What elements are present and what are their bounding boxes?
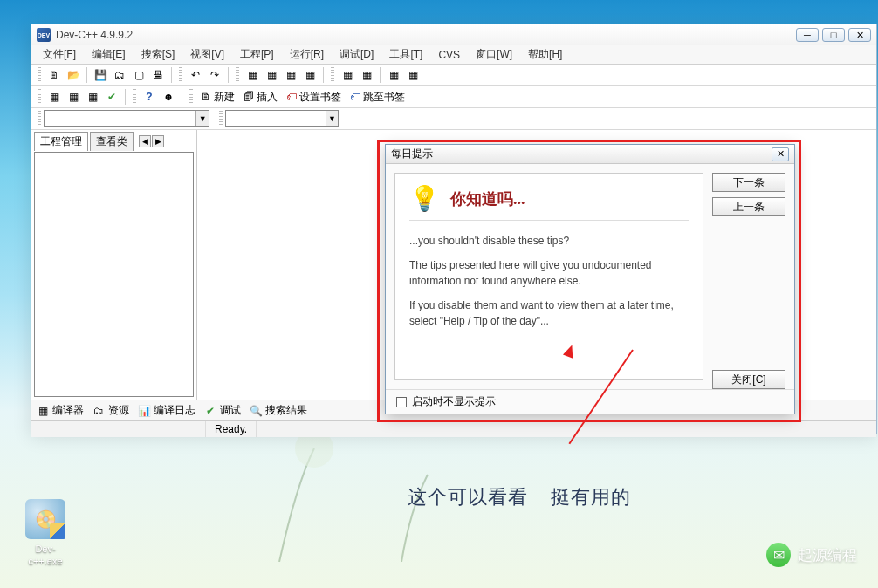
menu-file[interactable]: 文件[F]: [35, 47, 84, 62]
grip-icon: [236, 67, 239, 83]
new-file-icon[interactable]: 🗎: [45, 66, 63, 84]
dialog-title: 每日提示: [391, 147, 433, 161]
desktop-icon-label: Dev-c++.exe: [19, 543, 72, 568]
next-tip-button[interactable]: 下一条: [712, 173, 785, 192]
rebuild-icon[interactable]: ▦: [301, 66, 319, 84]
close-tip-button[interactable]: 关闭[C]: [712, 370, 785, 389]
tip-line-2: The tips presented here will give you un…: [409, 257, 689, 289]
saveall-icon[interactable]: 🗂: [111, 66, 128, 84]
grid3-icon[interactable]: ▦: [84, 88, 101, 106]
desktop-shortcut[interactable]: 📀 Dev-c++.exe: [19, 499, 72, 568]
debug-stop-icon[interactable]: ▦: [358, 66, 375, 84]
about-icon[interactable]: ☻: [160, 88, 177, 106]
minimize-button[interactable]: ─: [796, 28, 819, 42]
status-ready: Ready.: [206, 421, 257, 437]
insert-button[interactable]: 🗐插入: [240, 90, 281, 105]
titlebar: DEV Dev-C++ 4.9.9.2 ─ □ ✕: [31, 24, 876, 45]
class-combo-input[interactable]: [226, 111, 326, 126]
tab-compiler[interactable]: ▦编译器: [37, 403, 84, 418]
annotation-text: 这个可以看看 挺有用的: [408, 484, 631, 510]
file-combo[interactable]: ▼: [44, 110, 209, 127]
chevron-down-icon[interactable]: ▼: [326, 111, 338, 126]
tab-project[interactable]: 工程管理: [34, 132, 88, 151]
toolbar-main: 🗎 📂 💾 🗂 ▢ 🖶 ↶ ↷ ▦ ▦ ▦ ▦ ▦ ▦ ▦ ▦: [31, 65, 876, 86]
help-icon[interactable]: ?: [141, 88, 158, 106]
project-tree[interactable]: [34, 152, 194, 397]
log-icon: 📊: [138, 405, 150, 417]
file-combo-input[interactable]: [45, 111, 195, 126]
tab-debug[interactable]: ✔调试: [204, 403, 241, 418]
chevron-down-icon[interactable]: ▼: [195, 111, 209, 126]
tip-line-1: ...you shouldn't disable these tips?: [409, 233, 689, 249]
search-icon: 🔍: [250, 405, 262, 417]
sidebar: 工程管理 查看类 ◀ ▶: [31, 130, 197, 400]
menu-debug[interactable]: 调试[D]: [332, 47, 381, 62]
toolbar-secondary: ▦ ▦ ▦ ✔ ? ☻ 🗎新建 🗐插入 🏷设置书签 🏷跳至书签: [31, 86, 876, 108]
open-icon[interactable]: 📂: [65, 66, 82, 84]
menu-cvs[interactable]: CVS: [430, 49, 468, 61]
toolbar-combo: ▼ ▼: [31, 108, 876, 130]
window-title: Dev-C++ 4.9.9.2: [56, 29, 133, 41]
grip-icon: [133, 89, 136, 105]
menu-run[interactable]: 运行[R]: [282, 47, 332, 62]
grip-icon: [38, 89, 41, 105]
check-icon[interactable]: ✔: [103, 88, 120, 106]
class-combo[interactable]: ▼: [225, 110, 339, 127]
set-bookmark-button[interactable]: 🏷设置书签: [283, 90, 345, 105]
grip-icon: [331, 67, 334, 83]
bookmark-jump-icon: 🏷: [350, 91, 360, 103]
tab-scroll-right-icon[interactable]: ▶: [152, 135, 164, 147]
tip-of-day-dialog: 每日提示 ✕ 💡 你知道吗... ...you shouldn't disabl…: [385, 144, 795, 414]
compile-run-icon[interactable]: ▦: [282, 66, 299, 84]
resources-icon: 🗂: [93, 405, 105, 417]
prev-tip-button[interactable]: 上一条: [712, 197, 785, 216]
compiler-icon: ▦: [37, 405, 49, 417]
grip-icon: [189, 89, 193, 105]
menu-window[interactable]: 窗口[W]: [468, 47, 520, 62]
print-icon[interactable]: 🖶: [149, 66, 167, 84]
save-icon[interactable]: 💾: [92, 66, 109, 84]
tool-icon[interactable]: ▦: [404, 66, 422, 84]
grip-icon: [179, 67, 182, 83]
tip-line-3: If you disable them and want to view the…: [409, 297, 689, 329]
tab-log[interactable]: 📊编译日志: [138, 403, 195, 418]
debug-start-icon[interactable]: ▦: [339, 66, 356, 84]
maximize-button[interactable]: □: [822, 28, 845, 42]
tab-search-results[interactable]: 🔍搜索结果: [250, 403, 307, 418]
grid1-icon[interactable]: ▦: [45, 88, 63, 106]
menu-tools[interactable]: 工具[T]: [381, 47, 430, 62]
menu-edit[interactable]: 编辑[E]: [84, 47, 134, 62]
menu-help[interactable]: 帮助[H]: [520, 47, 570, 62]
menu-search[interactable]: 搜索[S]: [134, 47, 183, 62]
run-icon[interactable]: ▦: [263, 66, 280, 84]
watermark: ✉ 起源编程: [766, 543, 857, 567]
dont-show-checkbox[interactable]: [396, 397, 407, 407]
tip-content: 💡 你知道吗... ...you shouldn't disable these…: [394, 173, 703, 380]
tab-resources[interactable]: 🗂资源: [93, 403, 129, 418]
dialog-close-button[interactable]: ✕: [772, 147, 789, 161]
tab-scroll-left-icon[interactable]: ◀: [139, 135, 151, 147]
close-tab-icon[interactable]: ▢: [130, 66, 147, 84]
nsis-icon: 📀: [25, 499, 65, 539]
wechat-icon: ✉: [766, 543, 791, 567]
status-cell-1: [31, 421, 206, 437]
menu-view[interactable]: 视图[V]: [182, 47, 232, 62]
tab-classes[interactable]: 查看类: [90, 132, 134, 151]
watermark-text: 起源编程: [798, 545, 857, 565]
undo-icon[interactable]: ↶: [187, 66, 204, 84]
close-button[interactable]: ✕: [848, 28, 871, 42]
debug-icon: ✔: [204, 405, 216, 417]
jump-bookmark-button[interactable]: 🏷跳至书签: [346, 90, 408, 105]
statusbar: Ready.: [31, 420, 876, 437]
redo-icon[interactable]: ↷: [206, 66, 223, 84]
grip-icon: [38, 67, 41, 83]
new-button[interactable]: 🗎新建: [197, 90, 238, 105]
dont-show-label: 启动时不显示提示: [412, 394, 496, 409]
dialog-titlebar: 每日提示 ✕: [386, 145, 794, 164]
profile-icon[interactable]: ▦: [385, 66, 402, 84]
menu-project[interactable]: 工程[P]: [232, 47, 282, 62]
lightbulb-icon: 💡: [409, 184, 440, 213]
tip-heading: 你知道吗...: [450, 188, 525, 209]
compile-icon[interactable]: ▦: [244, 66, 261, 84]
grid2-icon[interactable]: ▦: [65, 88, 82, 106]
